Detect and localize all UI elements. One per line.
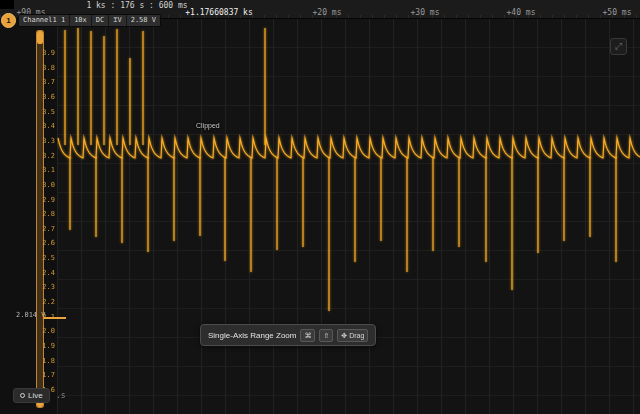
shift-key: ⇧ [319,329,333,342]
plot-area[interactable] [57,18,640,414]
channel-header: 1 Channel1 1 10x DC ⌶V 2.58 V [1,13,161,27]
window-chrome [0,0,14,9]
command-key: ⌘ [300,329,315,342]
time-range-label: 1 ks : 176 s : 600 ms [86,1,187,10]
y-scrollbar-top-handle[interactable] [37,31,43,44]
y-axis-tick: 2.7 [0,225,55,233]
live-button[interactable]: Live [13,388,50,403]
y-axis-scrollbar[interactable] [36,30,44,408]
y-axis-tick: 3.6 [0,93,55,101]
level-marker-line[interactable] [44,317,66,319]
range-value-button[interactable]: 2.58 V [127,15,160,26]
time-unit-label: .s [56,391,66,400]
y-axis-tick: 3.0 [0,181,55,189]
volts-per-div-icon[interactable]: ⌶V [109,15,126,26]
time-tick-label: +20 ms [313,8,342,17]
y-axis-tick: 2.9 [0,196,55,204]
y-axis-tick: 2.2 [0,298,55,306]
y-axis-tick: 3.9 [0,49,55,57]
y-axis-tick: 3.2 [0,152,55,160]
y-axis-tick: 2.8 [0,210,55,218]
absolute-time-label: +1.17660837 ks [185,8,252,17]
coupling-button[interactable]: DC [92,15,109,26]
oscilloscope-app: 1 ks : 176 s : 600 ms +1.17660837 ks +90… [0,0,640,414]
y-axis-tick: 2.0 [0,327,55,335]
y-axis-tick: 3.5 [0,108,55,116]
drag-label: Drag [349,331,364,340]
y-axis-tick: 2.3 [0,283,55,291]
y-axis-tick: 3.8 [0,64,55,72]
clipped-label: Clipped [196,122,220,129]
expand-icon: ⤢ [615,41,622,52]
channel-badge[interactable]: 1 [1,13,16,28]
probe-attenuation-button[interactable]: 10x [70,15,92,26]
y-axis-tick: 2.4 [0,269,55,277]
tooltip-title: Single-Axis Range Zoom [208,331,296,340]
move-icon: ✥ [341,331,347,340]
y-axis-tick: 1.9 [0,342,55,350]
time-tick-label: +30 ms [411,8,440,17]
y-axis-tick: 3.1 [0,166,55,174]
y-axis-tick: 1.8 [0,357,55,365]
live-label: Live [28,391,43,400]
time-tick-label: +40 ms [507,8,536,17]
expand-button[interactable]: ⤢ [610,38,627,55]
y-axis-tick: 3.3 [0,137,55,145]
channel-settings-pill: Channel1 1 10x DC ⌶V 2.58 V [18,14,161,27]
y-axis-tick: 2.6 [0,239,55,247]
time-tick-label: +50 ms [603,8,632,17]
y-axis-tick: 2.5 [0,254,55,262]
drag-chip: ✥Drag [337,329,368,342]
y-axis-tick: 3.7 [0,78,55,86]
y-axis-tick: 3.4 [0,122,55,130]
y-axis: 3.93.83.73.63.53.43.33.23.13.02.92.82.72… [0,18,57,414]
live-icon [20,393,25,398]
y-axis-tick: 1.7 [0,371,55,379]
range-zoom-tooltip: Single-Axis Range Zoom ⌘ ⇧ ✥Drag [200,324,376,346]
channel-name-button[interactable]: Channel1 1 [19,15,70,26]
